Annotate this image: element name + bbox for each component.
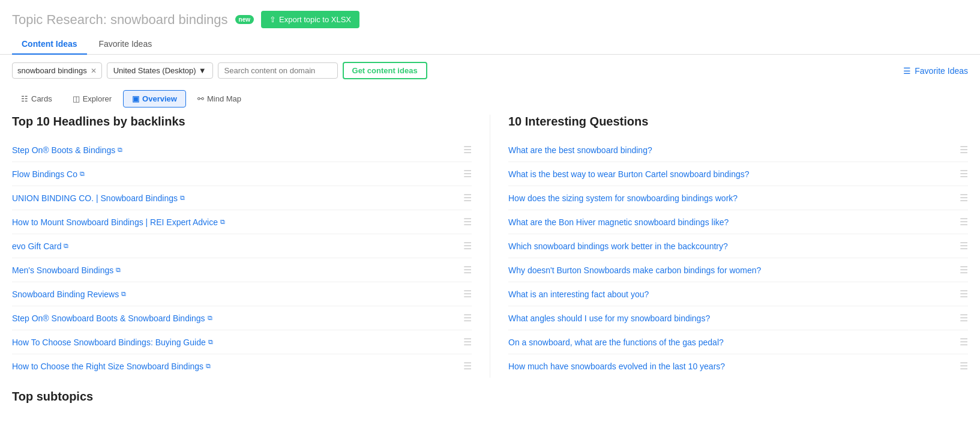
favorite-icon[interactable]: ☰ (960, 360, 968, 372)
main-content: Top 10 Headlines by backlinks Step On® B… (0, 115, 980, 378)
table-row: Men's Snowboard Bindings ⧉ ☰ (12, 258, 472, 282)
table-row: evo Gift Card ⧉ ☰ (12, 234, 472, 258)
favorite-icon[interactable]: ☰ (960, 192, 968, 204)
keyword-text: snowboard bindings (17, 66, 87, 75)
headline-link[interactable]: How to Choose the Right Size Snowboard B… (12, 362, 211, 371)
favorite-icon[interactable]: ☰ (960, 264, 968, 276)
question-text[interactable]: What angles should I use for my snowboar… (508, 313, 710, 323)
question-text[interactable]: Why doesn't Burton Snowboards make carbo… (508, 265, 761, 275)
tab-content-ideas[interactable]: Content Ideas (12, 34, 87, 55)
external-link-icon: ⧉ (118, 146, 122, 154)
favorite-icon[interactable]: ☰ (960, 168, 968, 180)
question-text[interactable]: What is the best way to wear Burton Cart… (508, 169, 750, 179)
table-row: How to Choose the Right Size Snowboard B… (12, 354, 472, 378)
headline-text: How To Choose Snowboard Bindings: Buying… (12, 338, 206, 347)
headline-link[interactable]: evo Gift Card ⧉ (12, 241, 68, 251)
questions-title: 10 Interesting Questions (508, 115, 968, 129)
view-tab-overview[interactable]: ▣ Overview (123, 90, 186, 107)
overview-icon: ▣ (132, 94, 139, 103)
new-badge: new (235, 15, 254, 24)
question-text[interactable]: What are the Bon Hiver magnetic snowboar… (508, 217, 729, 227)
get-ideas-label: Get content ideas (352, 66, 418, 75)
view-tab-explorer-label: Explorer (83, 94, 112, 103)
subtopics-section: Top subtopics (0, 378, 980, 404)
question-text[interactable]: What is an interesting fact about you? (508, 289, 649, 299)
headline-link[interactable]: Step On® Snowboard Boots & Snowboard Bin… (12, 313, 212, 323)
headline-link[interactable]: UNION BINDING CO. | Snowboard Bindings ⧉ (12, 193, 185, 203)
keyword-close-icon[interactable]: ✕ (91, 67, 97, 75)
list-icon: ☰ (903, 66, 911, 76)
favorite-icon[interactable]: ☰ (960, 240, 968, 252)
view-tabs: ☷ Cards ◫ Explorer ▣ Overview ⚯ Mind Map (0, 86, 980, 115)
page-title: Topic Research: snowboard bindings (12, 12, 228, 28)
table-row: Flow Bindings Co ⧉ ☰ (12, 162, 472, 186)
favorite-icon[interactable]: ☰ (463, 216, 472, 228)
export-button[interactable]: ⇧ Export topic to XLSX (261, 11, 359, 28)
location-text: United States (Desktop) (113, 66, 196, 75)
chevron-down-icon: ▼ (199, 66, 206, 75)
list-item: What are the Bon Hiver magnetic snowboar… (508, 210, 968, 234)
headline-text: How to Choose the Right Size Snowboard B… (12, 362, 203, 371)
title-topic: snowboard bindings (110, 12, 228, 27)
external-link-icon: ⧉ (64, 242, 68, 250)
export-label: Export topic to XLSX (279, 15, 351, 24)
table-row: Step On® Boots & Bindings ⧉ ☰ (12, 138, 472, 162)
domain-search-input[interactable] (218, 62, 338, 79)
list-item: What are the best snowboard binding? ☰ (508, 138, 968, 162)
favorite-icon[interactable]: ☰ (463, 336, 472, 348)
view-tab-mindmap[interactable]: ⚯ Mind Map (188, 90, 250, 107)
favorite-icon[interactable]: ☰ (463, 264, 472, 276)
favorite-icon[interactable]: ☰ (463, 144, 472, 156)
headline-link[interactable]: Step On® Boots & Bindings ⧉ (12, 145, 122, 155)
view-tab-explorer[interactable]: ◫ Explorer (64, 90, 121, 107)
favorite-ideas-link[interactable]: ☰ Favorite Ideas (903, 66, 968, 76)
title-prefix: Topic Research: (12, 12, 107, 27)
external-link-icon: ⧉ (208, 314, 212, 322)
favorite-icon[interactable]: ☰ (463, 240, 472, 252)
question-text[interactable]: Which snowboard bindings work better in … (508, 241, 728, 251)
view-tab-cards[interactable]: ☷ Cards (12, 90, 61, 107)
headline-text: How to Mount Snowboard Bindings | REI Ex… (12, 217, 218, 227)
table-row: Step On® Snowboard Boots & Snowboard Bin… (12, 306, 472, 330)
question-text[interactable]: What are the best snowboard binding? (508, 145, 652, 155)
question-text[interactable]: How does the sizing system for snowboard… (508, 193, 738, 203)
get-content-ideas-button[interactable]: Get content ideas (343, 62, 427, 79)
list-item: How does the sizing system for snowboard… (508, 186, 968, 210)
headline-link[interactable]: Men's Snowboard Bindings ⧉ (12, 265, 121, 275)
favorite-icon[interactable]: ☰ (463, 312, 472, 324)
page-header: Topic Research: snowboard bindings new ⇧… (0, 0, 980, 34)
location-dropdown[interactable]: United States (Desktop) ▼ (107, 62, 213, 79)
external-link-icon: ⧉ (220, 218, 225, 226)
question-text[interactable]: How much have snowboards evolved in the … (508, 362, 725, 371)
favorite-icon[interactable]: ☰ (960, 288, 968, 300)
favorite-icon[interactable]: ☰ (960, 216, 968, 228)
table-row: Snowboard Binding Reviews ⧉ ☰ (12, 282, 472, 306)
mindmap-icon: ⚯ (197, 94, 204, 103)
external-link-icon: ⧉ (180, 194, 185, 202)
question-text[interactable]: On a snowboard, what are the functions o… (508, 338, 724, 347)
favorite-icon[interactable]: ☰ (463, 192, 472, 204)
favorite-icon[interactable]: ☰ (463, 168, 472, 180)
keyword-tag: snowboard bindings ✕ (12, 62, 102, 79)
favorite-icon[interactable]: ☰ (960, 312, 968, 324)
headline-link[interactable]: Flow Bindings Co ⧉ (12, 169, 85, 179)
list-item: Why doesn't Burton Snowboards make carbo… (508, 258, 968, 282)
favorite-icon[interactable]: ☰ (960, 144, 968, 156)
table-row: UNION BINDING CO. | Snowboard Bindings ⧉… (12, 186, 472, 210)
favorite-icon[interactable]: ☰ (463, 288, 472, 300)
tab-favorite-ideas[interactable]: Favorite Ideas (89, 34, 161, 55)
headline-link[interactable]: How To Choose Snowboard Bindings: Buying… (12, 338, 213, 347)
headline-text: Flow Bindings Co (12, 169, 77, 179)
external-link-icon: ⧉ (80, 170, 85, 178)
headline-link[interactable]: Snowboard Binding Reviews ⧉ (12, 289, 126, 299)
view-tab-cards-label: Cards (31, 94, 52, 103)
headline-link[interactable]: How to Mount Snowboard Bindings | REI Ex… (12, 217, 225, 227)
grid-icon: ☷ (21, 94, 28, 103)
favorite-icon[interactable]: ☰ (463, 360, 472, 372)
table-row: How to Mount Snowboard Bindings | REI Ex… (12, 210, 472, 234)
list-item: What is the best way to wear Burton Cart… (508, 162, 968, 186)
favorite-icon[interactable]: ☰ (960, 336, 968, 348)
subtopics-title: Top subtopics (12, 390, 968, 404)
questions-list: What are the best snowboard binding? ☰ W… (508, 138, 968, 378)
table-row: How To Choose Snowboard Bindings: Buying… (12, 330, 472, 354)
